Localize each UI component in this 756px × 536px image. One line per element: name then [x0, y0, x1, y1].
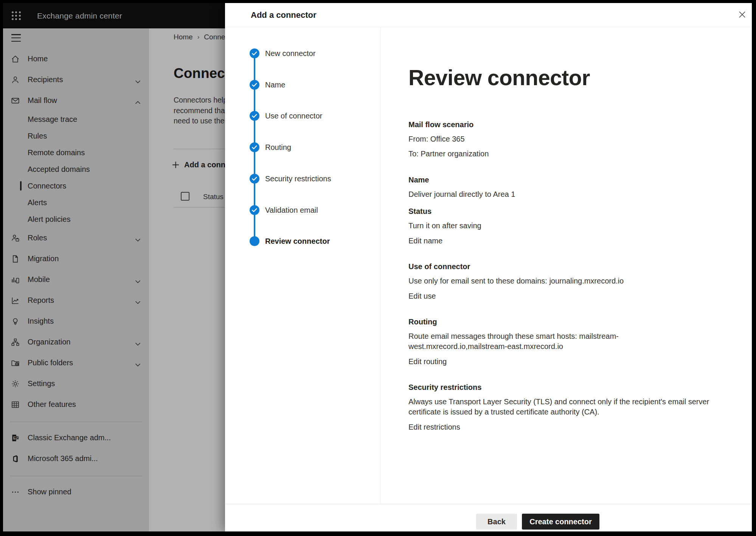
review-section-heading-status: Status — [408, 206, 711, 216]
dialog-body: New connectorNameUse of connectorRouting… — [225, 28, 752, 504]
review-title: Review connector — [408, 65, 737, 90]
create-connector-button[interactable]: Create connector — [522, 514, 599, 530]
step-check-icon — [250, 205, 259, 215]
step-check-icon — [250, 80, 259, 90]
app-window: Exchange admin center HomeRecipientsMail… — [3, 3, 752, 531]
screenshot-root: Exchange admin center HomeRecipientsMail… — [0, 0, 756, 536]
add-connector-dialog: Add a connector New connectorNameUse of … — [225, 3, 752, 531]
step-use-of-connector[interactable]: Use of connector — [225, 111, 377, 121]
review-section-heading-name: Name — [408, 175, 711, 185]
close-icon — [739, 11, 746, 18]
review-section-heading-use-of-connector: Use of connector — [408, 262, 711, 271]
review-edit-link-edit-restrictions[interactable]: Edit restrictions — [408, 422, 460, 432]
review-edit-link-edit-name[interactable]: Edit name — [408, 236, 442, 246]
dialog-header: Add a connector — [225, 3, 752, 27]
step-security-restrictions[interactable]: Security restrictions — [225, 174, 377, 184]
dialog-title: Add a connector — [251, 10, 317, 20]
review-text: Turn it on after saving — [408, 221, 711, 231]
step-check-icon — [250, 48, 259, 58]
step-label: Review connector — [265, 236, 330, 246]
step-check-icon — [250, 111, 259, 121]
review-section-heading-security-restrictions: Security restrictions — [408, 382, 711, 392]
step-current-dot-icon — [250, 236, 259, 246]
step-review-connector[interactable]: Review connector — [225, 236, 377, 246]
step-label: Security restrictions — [265, 174, 331, 184]
review-text: Always use Transport Layer Security (TLS… — [408, 397, 711, 417]
step-label: New connector — [265, 48, 315, 58]
step-label: Routing — [265, 142, 291, 152]
review-edit-link-edit-routing[interactable]: Edit routing — [408, 357, 447, 366]
review-content: Review connector Mail flow scenarioFrom:… — [381, 28, 752, 504]
step-new-connector[interactable]: New connector — [225, 48, 377, 58]
step-name[interactable]: Name — [225, 80, 377, 90]
review-text: To: Partner organization — [408, 149, 711, 159]
wizard-stepper: New connectorNameUse of connectorRouting… — [225, 28, 381, 504]
step-label: Use of connector — [265, 111, 322, 121]
step-label: Validation email — [265, 205, 318, 215]
review-text: Route email messages through these smart… — [408, 331, 711, 352]
review-text: Deliver journal directly to Area 1 — [408, 189, 711, 199]
review-text: Use only for email sent to these domains… — [408, 276, 711, 286]
review-edit-link-edit-use[interactable]: Edit use — [408, 291, 436, 301]
back-button[interactable]: Back — [476, 514, 517, 530]
step-check-icon — [250, 174, 259, 184]
dialog-footer: Back Create connector — [225, 504, 752, 531]
review-blocks: Mail flow scenarioFrom: Office 365To: Pa… — [408, 120, 711, 432]
step-validation-email[interactable]: Validation email — [225, 205, 377, 215]
review-section-heading-routing: Routing — [408, 317, 711, 327]
step-routing[interactable]: Routing — [225, 142, 377, 152]
review-text: From: Office 365 — [408, 134, 711, 144]
step-check-icon — [250, 142, 259, 152]
close-button[interactable] — [735, 8, 749, 21]
step-label: Name — [265, 80, 285, 90]
review-section-heading-mail-flow-scenario: Mail flow scenario — [408, 120, 711, 129]
